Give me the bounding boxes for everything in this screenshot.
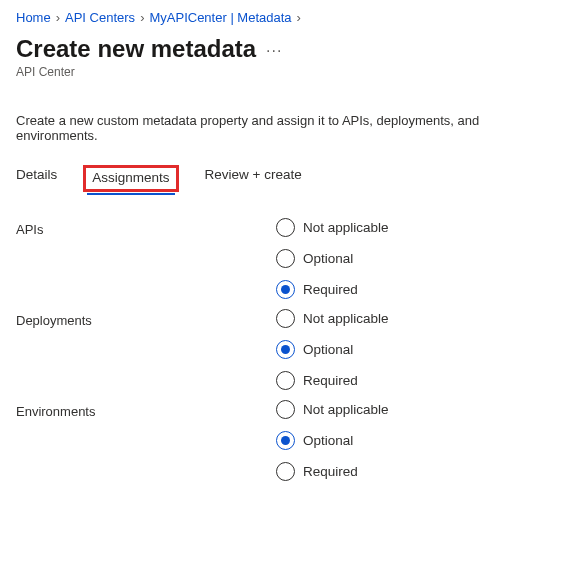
radio-label: Optional [303, 251, 353, 266]
breadcrumb-link[interactable]: API Centers [65, 10, 135, 25]
chevron-right-icon: › [138, 10, 146, 25]
radio-label: Optional [303, 342, 353, 357]
page-subtitle: API Center [16, 65, 561, 79]
assignments-section: APIsNot applicableOptionalRequiredDeploy… [16, 218, 561, 481]
radio-icon [276, 218, 295, 237]
radio-dot-icon [281, 436, 290, 445]
assignment-label: Environments [16, 400, 276, 419]
assignment-row: DeploymentsNot applicableOptionalRequire… [16, 309, 561, 390]
radio-icon [276, 431, 295, 450]
assignment-label: Deployments [16, 309, 276, 328]
radio-label: Required [303, 373, 358, 388]
more-icon[interactable]: ··· [266, 38, 282, 60]
radio-label: Not applicable [303, 311, 389, 326]
tab-details[interactable]: Details [16, 163, 57, 194]
breadcrumb-link[interactable]: Home [16, 10, 51, 25]
radio-dot-icon [281, 285, 290, 294]
tab-review-create[interactable]: Review + create [205, 163, 302, 194]
radio-optional[interactable]: Optional [276, 249, 389, 268]
radio-group: Not applicableOptionalRequired [276, 309, 389, 390]
radio-icon [276, 462, 295, 481]
breadcrumb: Home›API Centers›MyAPICenter | Metadata› [16, 10, 561, 25]
radio-icon [276, 340, 295, 359]
radio-icon [276, 249, 295, 268]
radio-required[interactable]: Required [276, 280, 389, 299]
radio-required[interactable]: Required [276, 462, 389, 481]
radio-icon [276, 371, 295, 390]
page-title: Create new metadata [16, 35, 256, 63]
chevron-right-icon: › [295, 10, 303, 25]
radio-label: Required [303, 464, 358, 479]
radio-not_applicable[interactable]: Not applicable [276, 218, 389, 237]
radio-label: Not applicable [303, 220, 389, 235]
radio-label: Required [303, 282, 358, 297]
radio-required[interactable]: Required [276, 371, 389, 390]
radio-optional[interactable]: Optional [276, 431, 389, 450]
radio-dot-icon [281, 345, 290, 354]
chevron-right-icon: › [54, 10, 62, 25]
radio-group: Not applicableOptionalRequired [276, 400, 389, 481]
tabs: DetailsAssignmentsReview + create [16, 163, 561, 194]
radio-group: Not applicableOptionalRequired [276, 218, 389, 299]
radio-icon [276, 400, 295, 419]
assignment-row: EnvironmentsNot applicableOptionalRequir… [16, 400, 561, 481]
breadcrumb-link[interactable]: MyAPICenter | Metadata [149, 10, 291, 25]
highlight-callout: Assignments [83, 165, 178, 192]
radio-label: Not applicable [303, 402, 389, 417]
radio-not_applicable[interactable]: Not applicable [276, 309, 389, 328]
assignment-label: APIs [16, 218, 276, 237]
radio-icon [276, 280, 295, 299]
page-description: Create a new custom metadata property an… [16, 113, 561, 143]
tab-assignments[interactable]: Assignments [89, 163, 172, 194]
radio-icon [276, 309, 295, 328]
radio-not_applicable[interactable]: Not applicable [276, 400, 389, 419]
radio-optional[interactable]: Optional [276, 340, 389, 359]
radio-label: Optional [303, 433, 353, 448]
assignment-row: APIsNot applicableOptionalRequired [16, 218, 561, 299]
